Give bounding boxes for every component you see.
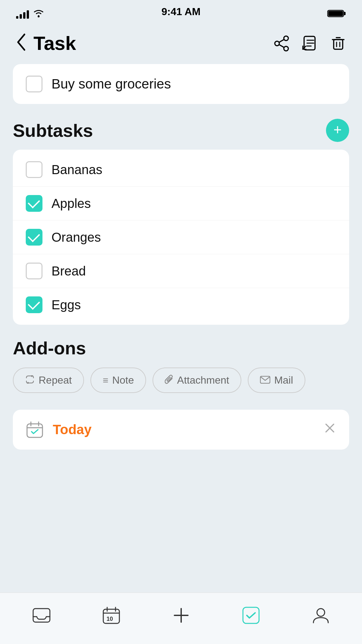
- mail-icon: [260, 375, 270, 386]
- nav-item-tasks[interactable]: [237, 601, 265, 630]
- attachment-label: Attachment: [177, 374, 229, 386]
- back-button[interactable]: [15, 33, 27, 53]
- due-date-icon: [26, 421, 44, 439]
- status-left: [16, 9, 44, 19]
- nav-item-add[interactable]: [167, 601, 196, 630]
- mail-pill[interactable]: Mail: [248, 368, 305, 393]
- subtasks-title: Subtasks: [13, 120, 93, 141]
- page-header: Task: [0, 26, 362, 64]
- addons-pills: Repeat ≡ Note Attachment Mail: [13, 368, 349, 394]
- subtasks-card: Bananas Apples Oranges Bread Eggs: [13, 150, 349, 325]
- subtask-label: Eggs: [51, 298, 81, 312]
- subtasks-section-header: Subtasks +: [0, 116, 362, 150]
- svg-text:10: 10: [107, 616, 113, 622]
- subtask-checkbox-eggs[interactable]: [26, 296, 42, 313]
- repeat-pill[interactable]: Repeat: [13, 368, 84, 393]
- svg-point-4: [284, 36, 288, 41]
- subtask-label: Bread: [51, 264, 86, 278]
- subtask-label: Bananas: [51, 163, 102, 177]
- task-list-button[interactable]: [302, 35, 318, 52]
- delete-button[interactable]: [330, 35, 347, 52]
- svg-point-0: [38, 15, 40, 17]
- share-button[interactable]: [273, 35, 290, 52]
- svg-point-34: [317, 609, 325, 616]
- main-task-checkbox[interactable]: [26, 76, 42, 92]
- page-title: Task: [33, 32, 273, 54]
- mail-label: Mail: [274, 374, 293, 386]
- note-pill[interactable]: ≡ Note: [90, 368, 146, 393]
- attachment-icon: [165, 374, 173, 387]
- plus-icon: +: [333, 123, 342, 137]
- status-time: 9:41 AM: [162, 6, 201, 18]
- subtask-checkbox-oranges[interactable]: [26, 229, 42, 246]
- due-date-card: Today: [13, 410, 349, 450]
- bottom-nav: 10: [0, 593, 362, 644]
- nav-item-inbox[interactable]: [27, 601, 56, 630]
- subtask-label: Oranges: [51, 230, 101, 245]
- note-label: Note: [112, 374, 134, 386]
- addons-title: Add-ons: [13, 338, 349, 359]
- svg-point-5: [275, 41, 279, 46]
- repeat-icon: [25, 375, 35, 386]
- subtask-checkbox-bread[interactable]: [26, 263, 42, 279]
- main-task-label: Buy some groceries: [51, 76, 171, 92]
- list-item: Bananas: [13, 153, 349, 186]
- subtask-label: Apples: [51, 196, 91, 211]
- repeat-label: Repeat: [39, 374, 72, 386]
- list-item: Eggs: [13, 288, 349, 322]
- due-date-label: Today: [53, 422, 314, 437]
- header-actions: [273, 35, 347, 52]
- list-item: Bread: [13, 254, 349, 288]
- attachment-pill[interactable]: Attachment: [153, 368, 241, 393]
- nav-item-calendar[interactable]: 10: [97, 601, 126, 630]
- svg-rect-2: [344, 12, 346, 15]
- list-item: Oranges: [13, 220, 349, 254]
- svg-rect-33: [243, 607, 259, 623]
- list-item: Apples: [13, 186, 349, 220]
- main-task-card: Buy some groceries: [13, 64, 349, 104]
- subtask-checkbox-bananas[interactable]: [26, 161, 42, 178]
- subtask-checkbox-apples[interactable]: [26, 195, 42, 212]
- due-date-close-button[interactable]: [323, 422, 336, 438]
- note-icon: ≡: [103, 375, 108, 386]
- status-bar: 9:41 AM: [0, 0, 362, 26]
- svg-point-6: [284, 46, 288, 51]
- wifi-icon: [33, 9, 44, 19]
- battery-icon: [327, 9, 346, 19]
- addons-section: Add-ons Repeat ≡ Note: [0, 338, 362, 402]
- svg-line-7: [279, 40, 284, 42]
- signal-bars-icon: [16, 10, 29, 19]
- svg-line-8: [279, 45, 284, 47]
- svg-rect-13: [334, 40, 343, 49]
- svg-rect-3: [328, 11, 343, 16]
- svg-rect-25: [33, 609, 50, 622]
- nav-item-profile[interactable]: [306, 601, 335, 630]
- add-subtask-button[interactable]: +: [326, 119, 349, 142]
- svg-rect-19: [27, 424, 42, 437]
